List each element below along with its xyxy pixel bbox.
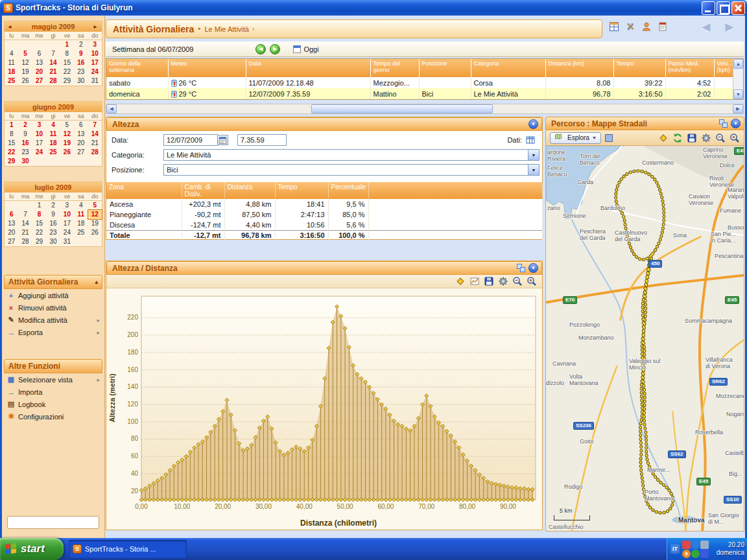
calendar-day-3[interactable]: 3 [60, 201, 74, 210]
sidebar-panel-title[interactable]: Attività Giornaliera▴ [4, 275, 102, 289]
calendar-day-16[interactable]: 16 [46, 219, 60, 228]
calendar-day-24[interactable]: 24 [60, 228, 74, 237]
calendar-day-21[interactable]: 21 [88, 139, 102, 148]
calendar-day-18[interactable]: 18 [74, 219, 88, 228]
calendar-day-11[interactable]: 11 [46, 130, 60, 139]
calendar-day-17[interactable]: 17 [60, 219, 74, 228]
back-arrow-button[interactable]: ◄ [696, 19, 717, 36]
calendar-day-29[interactable]: 29 [60, 76, 74, 86]
scroll-left-button[interactable]: ◀ [106, 104, 117, 113]
maximize-button[interactable] [717, 1, 730, 15]
posizione-dropdown[interactable]: Bici ▼ [163, 164, 540, 176]
sidebar-item-settings[interactable]: ✱Configurazioni [4, 410, 102, 423]
calendar-day-15[interactable]: 15 [32, 219, 46, 228]
collapse-button[interactable]: ▼ [528, 119, 538, 129]
calendar-day-28[interactable]: 28 [18, 237, 32, 246]
chevron-down-icon[interactable]: ▼ [528, 150, 539, 160]
horizontal-scrollbar[interactable]: ◀ ▶ [106, 104, 744, 114]
calendar-day-19[interactable]: 19 [60, 139, 74, 148]
minimize-button[interactable] [702, 1, 715, 15]
calendar-next-icon[interactable]: ► [93, 24, 99, 30]
start-button[interactable]: start [0, 538, 64, 560]
calendar-day-28[interactable]: 28 [46, 76, 60, 86]
calendar-day-10[interactable]: 10 [60, 210, 74, 219]
column-header[interactable]: Tempo del giorno [370, 59, 419, 77]
calendar-day-13[interactable]: 13 [5, 219, 18, 228]
calendar-day-27[interactable]: 27 [32, 76, 46, 86]
sidebar-item-import[interactable]: →Importa [4, 386, 102, 398]
calendar-day-29[interactable]: 29 [32, 237, 46, 246]
taskbar-item-sporttracks[interactable]: S SportTracks - Storia ... [69, 540, 187, 558]
esplora-button[interactable]: Esplora ▼ [550, 132, 601, 144]
elevation-chart[interactable]: 204060801001201401601802002200,0010,0020… [106, 288, 542, 530]
column-header[interactable]: Posizione [419, 59, 471, 77]
scroll-right-button[interactable]: ▶ [733, 104, 743, 113]
calendar-day-26[interactable]: 26 [60, 148, 74, 157]
calendar-day-15[interactable]: 15 [5, 139, 18, 148]
calendar-day-3[interactable]: 3 [88, 40, 102, 49]
calendar-day-13[interactable]: 13 [74, 130, 88, 139]
layout-tiles-icon[interactable] [517, 264, 525, 272]
scrollbar-track[interactable] [117, 104, 733, 113]
calendar-day-2[interactable]: 2 [18, 121, 32, 130]
calendar-prev-icon[interactable]: ◄ [7, 24, 14, 30]
calendar-day-9[interactable]: 9 [18, 130, 32, 139]
calendar-day-14[interactable]: 14 [46, 58, 60, 67]
scroll-up-button[interactable]: ▲ [733, 59, 743, 69]
calendar-day-8[interactable]: 8 [32, 210, 46, 219]
calendar-day-28[interactable]: 28 [88, 148, 102, 157]
column-header[interactable]: Velo... (kph) [714, 59, 734, 77]
calendar-day-22[interactable]: 22 [32, 228, 46, 237]
activity-row-domenica[interactable]: domenica29 °C12/07/2009 7.35.59MattinoBi… [106, 88, 734, 99]
calendar-day-30[interactable]: 30 [18, 157, 32, 166]
breadcrumb-category[interactable]: Le Mie Attività [204, 25, 248, 33]
calendar-day-12[interactable]: 12 [60, 130, 74, 139]
calendar-day-5[interactable]: 5 [88, 201, 102, 210]
map-canvas[interactable] [546, 146, 744, 531]
column-header[interactable]: Giorno della settimana [106, 59, 168, 77]
calendar-day-20[interactable]: 20 [74, 139, 88, 148]
zoom-out-icon[interactable] [715, 133, 726, 143]
calendar-day-25[interactable]: 25 [74, 228, 88, 237]
chevron-down-icon[interactable]: ▼ [528, 165, 539, 175]
calendar-day-10[interactable]: 10 [32, 130, 46, 139]
time-field[interactable]: 7.35.59 [237, 134, 287, 146]
calendar-day-14[interactable]: 14 [88, 130, 102, 139]
tray-icon-4[interactable]: 9 [682, 550, 691, 558]
calendar-day-31[interactable]: 31 [60, 237, 74, 246]
data-grid-icon[interactable] [525, 135, 536, 145]
calendar-day-23[interactable]: 23 [74, 67, 88, 76]
sidebar-panel-title[interactable]: Altre Funzioni [4, 359, 102, 373]
column-header[interactable]: Categoria [471, 59, 545, 77]
calendar-day-20[interactable]: 20 [5, 228, 18, 237]
collapse-button[interactable]: ▼ [528, 263, 538, 273]
close-button[interactable] [731, 1, 745, 15]
scroll-down-button[interactable]: ▼ [733, 89, 743, 99]
zoom-in-icon[interactable] [729, 133, 740, 143]
tray-icon-5[interactable] [691, 550, 700, 558]
calendar-day-13[interactable]: 13 [32, 58, 46, 67]
layout-tiles-icon[interactable] [719, 119, 728, 128]
activity-row-sabato[interactable]: sabato26 °C11/07/2009 12.18.48Mezzogio..… [106, 77, 734, 88]
categoria-dropdown[interactable]: Le Mie Attività ▼ [163, 149, 540, 161]
calendar-day-15[interactable]: 15 [60, 58, 74, 67]
next-week-button[interactable]: ▶ [270, 44, 280, 54]
calendar-day-26[interactable]: 26 [88, 228, 102, 237]
previous-week-button[interactable]: ◀ [255, 44, 266, 54]
zoom-out-icon[interactable] [512, 276, 523, 286]
calendar-day-3[interactable]: 3 [32, 121, 46, 130]
today-button[interactable]: Oggi [293, 45, 318, 53]
calendar-day-12[interactable]: 12 [18, 58, 32, 67]
search-input[interactable] [10, 518, 105, 527]
tray-icon-3[interactable] [700, 541, 709, 549]
tray-icon-6[interactable] [700, 550, 709, 558]
zoom-in-icon[interactable] [527, 276, 537, 286]
calendar-day-20[interactable]: 20 [32, 67, 46, 76]
chart-style-icon[interactable] [469, 276, 480, 286]
calendar-day-2[interactable]: 2 [74, 40, 88, 49]
column-header[interactable]: Distanza (km) [545, 59, 613, 77]
calendar-day-5[interactable]: 5 [60, 121, 74, 130]
refresh-icon[interactable] [672, 133, 683, 143]
calendar-day-24[interactable]: 24 [32, 148, 46, 157]
selection-mode-icon[interactable] [605, 134, 613, 142]
